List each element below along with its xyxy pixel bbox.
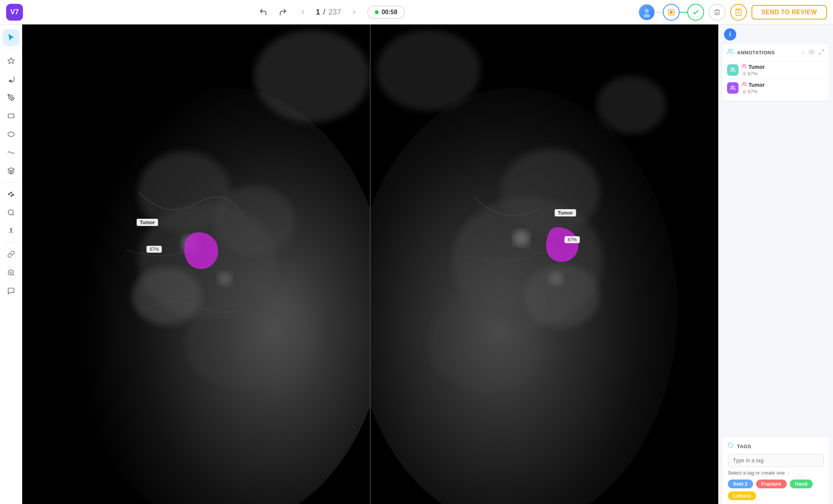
step-3-button[interactable]: [687, 4, 704, 21]
svg-line-51: [822, 50, 824, 52]
tags-title-text: TAGS: [737, 444, 751, 449]
select-tag-arrow-icon: ↓: [787, 470, 789, 476]
svg-point-53: [731, 68, 733, 70]
svg-point-44: [524, 264, 599, 328]
tags-icon: [728, 442, 734, 450]
svg-point-22: [10, 228, 11, 229]
undo-button[interactable]: [256, 5, 270, 19]
next-image-button[interactable]: [347, 5, 361, 19]
timer-dot: [375, 10, 379, 14]
svg-point-54: [743, 64, 745, 66]
svg-point-38: [218, 272, 232, 286]
annotations-controls: ○: [801, 49, 825, 57]
annotation-info-1: Tumor 87%: [742, 63, 825, 76]
top-bar-right: SEND TO REVIEW: [638, 4, 827, 21]
annotations-icon: [727, 48, 734, 57]
current-page: 1: [316, 8, 320, 16]
step-line-2: [680, 12, 687, 13]
expand-control[interactable]: [818, 49, 825, 57]
svg-point-20: [8, 210, 13, 215]
svg-point-1: [643, 14, 650, 18]
svg-point-9: [10, 97, 11, 98]
right-image-panel[interactable]: Tumor 87%: [370, 24, 718, 504]
right-panel: i ANNOTATIONS ○: [718, 24, 833, 504]
delete-button[interactable]: [709, 4, 726, 21]
svg-point-62: [743, 82, 745, 84]
circle-control[interactable]: ○: [801, 49, 805, 56]
total-pages: 237: [329, 8, 341, 16]
svg-point-61: [731, 86, 733, 88]
svg-rect-4: [737, 9, 739, 10]
tool-divider-2: [5, 182, 17, 183]
left-image-panel[interactable]: Tumor 67%: [22, 24, 370, 504]
prev-image-button[interactable]: [296, 5, 310, 19]
svg-point-50: [811, 51, 812, 53]
tag-input[interactable]: [728, 454, 824, 467]
comment-tool-button[interactable]: [3, 283, 20, 299]
svg-line-25: [11, 231, 13, 233]
eye-control[interactable]: [809, 49, 815, 57]
tool-divider-3: [5, 242, 17, 243]
tool-divider-1: [5, 49, 17, 49]
main-area: Tumor 67%: [0, 24, 833, 504]
svg-point-35: [132, 267, 202, 325]
svg-point-0: [644, 8, 649, 13]
avatar-button[interactable]: [638, 4, 655, 21]
annotation-row-1: Tumor 87%: [727, 61, 825, 79]
right-tumor-pct: 87%: [565, 236, 580, 243]
tag-chip-hand[interactable]: Hand: [790, 480, 813, 488]
redo-button[interactable]: [276, 5, 290, 19]
tag-chip-field2[interactable]: field 2: [728, 480, 753, 488]
page-separator: /: [323, 8, 325, 16]
clipboard-button[interactable]: [730, 4, 747, 21]
annotation-pct-2: 67%: [742, 89, 825, 94]
left-tumor-pct: 67%: [146, 246, 162, 253]
svg-point-49: [729, 49, 731, 51]
search-tool-button[interactable]: [3, 204, 20, 221]
pen-tool-button[interactable]: [3, 89, 20, 106]
svg-point-46: [549, 272, 563, 286]
step-2-button[interactable]: [663, 4, 680, 21]
select-tool-button[interactable]: [3, 29, 20, 46]
annotation-pct-1: 87%: [742, 71, 825, 76]
brush-tool-button[interactable]: [3, 71, 20, 88]
annotation-label-icon-2: [742, 81, 747, 88]
step-line-1: [655, 12, 663, 13]
tag-chip-fracture[interactable]: Fracture: [756, 480, 787, 488]
info-bar: i: [719, 24, 833, 44]
ellipse-tool-button[interactable]: [3, 126, 20, 143]
svg-point-3: [670, 11, 672, 13]
top-bar-center: 1 / 237 00:58: [256, 5, 405, 19]
top-bar-left: V7: [6, 4, 23, 21]
send-to-review-button[interactable]: SEND TO REVIEW: [752, 5, 827, 20]
logo-button[interactable]: V7: [6, 4, 23, 21]
zoom-tool-button[interactable]: [3, 264, 20, 281]
timer-value: 00:58: [382, 9, 397, 16]
polygon-tool-button[interactable]: [3, 52, 20, 69]
svg-point-11: [8, 132, 14, 137]
annotation-color-2[interactable]: [727, 82, 739, 94]
annotation-color-1[interactable]: [727, 64, 739, 76]
tags-section: TAGS Select a tag or create one ↓ field …: [722, 437, 829, 504]
svg-point-34: [184, 296, 300, 389]
select-tag-label: Select a tag or create one: [728, 470, 785, 476]
annotation-label-icon-1: [742, 63, 747, 70]
point-cluster-tool-button[interactable]: [3, 186, 20, 203]
annotation-info-2: Tumor 67%: [742, 81, 825, 94]
tags-header: TAGS: [728, 442, 824, 450]
link-tool-button[interactable]: [3, 246, 20, 263]
svg-line-28: [12, 274, 14, 276]
cuboid-tool-button[interactable]: [3, 163, 20, 179]
svg-rect-10: [8, 114, 14, 118]
progress-steps: [638, 4, 704, 21]
curve-tool-button[interactable]: [3, 144, 20, 161]
svg-point-42: [501, 148, 600, 235]
svg-point-48: [597, 76, 666, 134]
left-toolbar: [0, 24, 22, 504]
rectangle-tool-button[interactable]: [3, 107, 20, 124]
info-button[interactable]: i: [724, 28, 736, 41]
skeleton-tool-button[interactable]: [3, 223, 20, 239]
tag-chip-lettuce[interactable]: Lettuce: [728, 491, 756, 500]
svg-point-47: [376, 29, 481, 111]
svg-line-21: [12, 214, 14, 216]
